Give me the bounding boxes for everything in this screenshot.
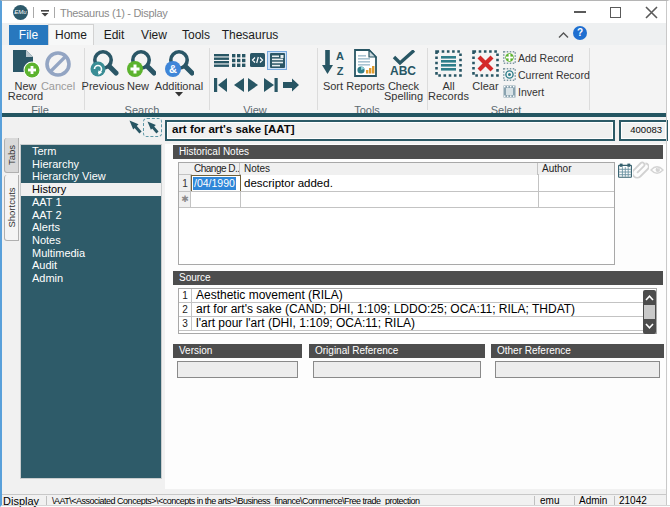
svg-text:A: A [336,50,344,62]
svg-text:&: & [169,63,177,75]
svg-text:ABC: ABC [390,64,416,76]
svg-text:Z: Z [337,65,344,77]
